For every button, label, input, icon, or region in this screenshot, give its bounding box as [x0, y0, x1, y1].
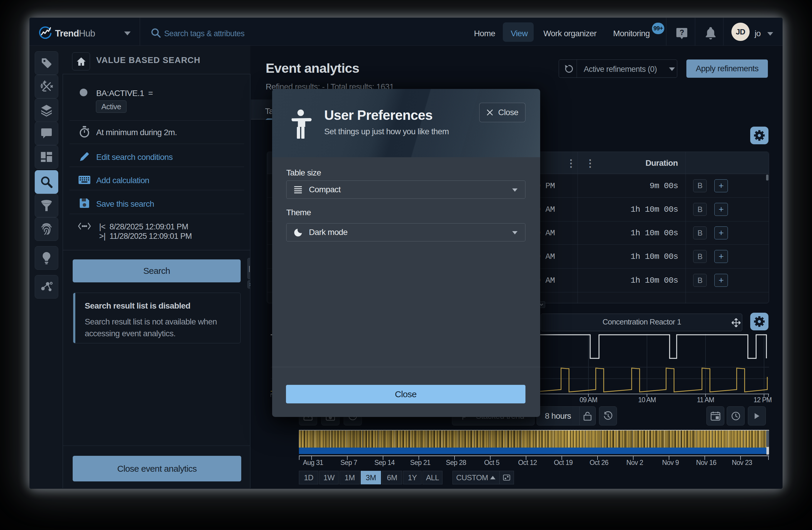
svg-text:10 AM: 10 AM [638, 396, 656, 404]
svg-text:11 AM: 11 AM [697, 396, 714, 404]
svg-text:12 PM: 12 PM [753, 396, 771, 404]
svg-text:09 AM: 09 AM [580, 396, 597, 404]
